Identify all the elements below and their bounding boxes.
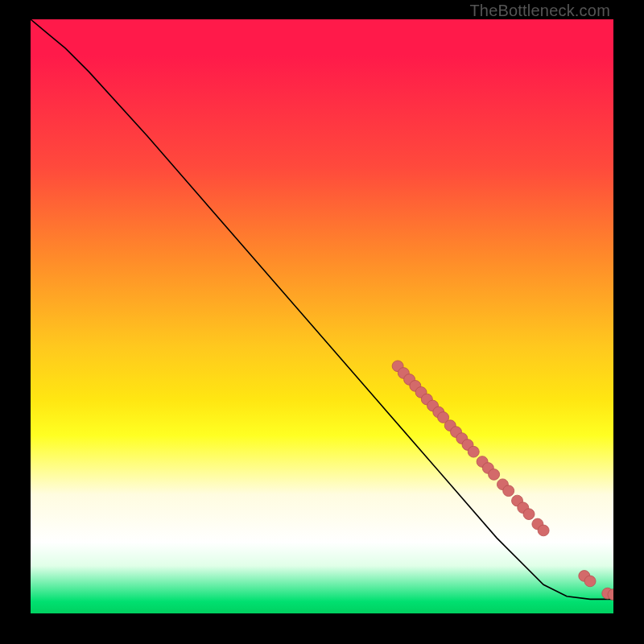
data-point bbox=[523, 509, 535, 520]
plot-area bbox=[31, 19, 613, 613]
data-point bbox=[538, 525, 549, 536]
chart-overlay bbox=[31, 19, 613, 602]
data-point bbox=[503, 485, 514, 497]
chart-container: TheBottleneck.com bbox=[0, 0, 644, 644]
watermark-text: TheBottleneck.com bbox=[469, 2, 610, 20]
data-point bbox=[489, 469, 500, 481]
data-point bbox=[468, 446, 479, 457]
data-point bbox=[584, 576, 596, 587]
